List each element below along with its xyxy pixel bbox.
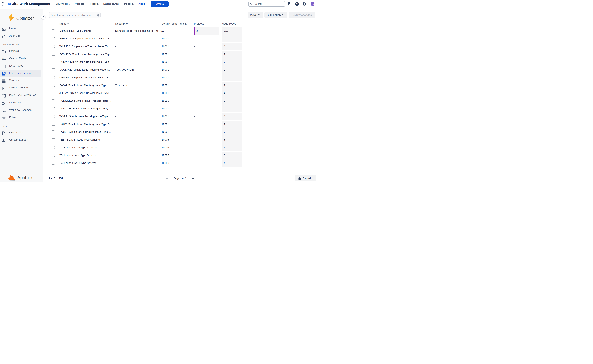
svg-text:JR: JR	[311, 3, 314, 5]
svg-text:?: ?	[296, 3, 298, 5]
svg-text:Aa: Aa	[2, 58, 6, 61]
